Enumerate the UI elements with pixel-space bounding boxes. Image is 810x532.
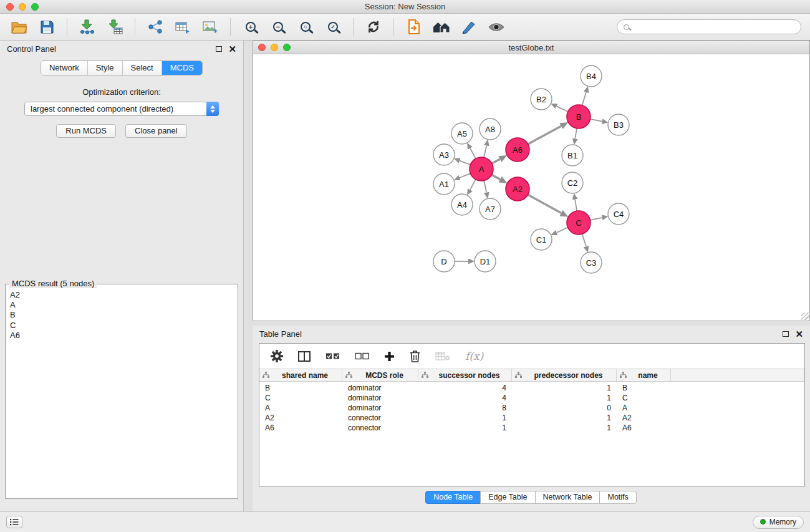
result-item-b[interactable]: B <box>10 310 233 320</box>
close-panel-icon[interactable]: ✕ <box>228 44 236 54</box>
network-table-icon[interactable] <box>172 17 193 37</box>
delete-table-icon[interactable] <box>435 351 450 361</box>
edge-B-B4[interactable] <box>582 92 586 105</box>
maximize-network-window-button[interactable] <box>283 44 291 51</box>
edge-B-B2[interactable] <box>556 106 567 112</box>
node-A8[interactable]: A8 <box>480 118 501 140</box>
node-A4[interactable]: A4 <box>451 194 473 215</box>
node-B2[interactable]: B2 <box>531 89 552 110</box>
network-window-titlebar[interactable]: testGlobe.txt <box>253 41 809 54</box>
node-D1[interactable]: D1 <box>475 251 496 272</box>
column-header-shared-name[interactable]: shared name <box>259 369 342 381</box>
table-cell[interactable]: A <box>617 404 671 412</box>
node-B[interactable]: B <box>567 105 591 128</box>
table-row-b[interactable]: Bdominator41B <box>259 383 804 393</box>
tab-network[interactable]: Network <box>41 61 88 75</box>
edge-A6-B[interactable] <box>528 126 561 144</box>
table-row-c[interactable]: Cdominator41C <box>259 393 804 403</box>
table-cell[interactable]: connector <box>342 423 418 432</box>
table-cell[interactable]: 1 <box>512 384 617 392</box>
tab-node-table[interactable]: Node Table <box>425 491 481 504</box>
edge-A-A3[interactable] <box>460 161 470 165</box>
column-layout-icon[interactable] <box>298 351 311 362</box>
table-cell[interactable]: A6 <box>259 423 342 432</box>
table-cell[interactable]: dominator <box>342 384 418 392</box>
table-cell[interactable]: 1 <box>512 394 617 402</box>
criterion-dropdown[interactable]: largest connected component (directed) <box>24 102 219 116</box>
zoom-fit-icon[interactable]: ○ <box>295 17 316 37</box>
memory-button[interactable]: Memory <box>753 516 804 529</box>
import-table-icon[interactable] <box>104 17 125 37</box>
close-network-window-button[interactable] <box>258 44 266 51</box>
node-C[interactable]: C <box>567 211 591 235</box>
result-item-a[interactable]: A <box>10 300 233 310</box>
table-cell[interactable]: 4 <box>418 384 512 392</box>
node-D[interactable]: D <box>433 251 455 272</box>
table-cell[interactable]: 1 <box>512 414 617 422</box>
tab-mcds[interactable]: MCDS <box>162 61 202 75</box>
node-B1[interactable]: B1 <box>562 145 583 166</box>
table-cell[interactable]: 4 <box>418 394 512 402</box>
edge-A2-C[interactable] <box>528 195 561 213</box>
result-item-a2[interactable]: A2 <box>10 290 233 300</box>
node-A1[interactable]: A1 <box>433 173 455 195</box>
table-cell[interactable]: A2 <box>617 414 671 422</box>
search-box[interactable] <box>617 19 801 34</box>
tab-network-table[interactable]: Network Table <box>535 491 600 504</box>
node-A6[interactable]: A6 <box>506 138 529 162</box>
result-item-c[interactable]: C <box>10 321 233 331</box>
zoom-out-icon[interactable]: − <box>268 17 289 37</box>
table-cell[interactable]: dominator <box>342 394 418 402</box>
annotation-pen-icon[interactable] <box>458 17 480 37</box>
zoom-selected-icon[interactable]: ✓ <box>322 17 344 37</box>
node-C3[interactable]: C3 <box>581 252 602 273</box>
edge-C-C4[interactable] <box>591 218 602 220</box>
node-A3[interactable]: A3 <box>433 144 455 165</box>
run-mcds-button[interactable]: Run MCDS <box>56 124 116 138</box>
table-cell[interactable]: B <box>259 384 342 392</box>
refresh-layout-icon[interactable] <box>363 17 384 37</box>
node-C2[interactable]: C2 <box>562 172 583 193</box>
edge-C-C3[interactable] <box>582 234 586 246</box>
minimize-network-window-button[interactable] <box>271 44 278 51</box>
table-cell[interactable]: 1 <box>418 423 512 432</box>
edge-B-B1[interactable] <box>575 128 577 139</box>
image-export-icon[interactable] <box>200 17 221 37</box>
table-cell[interactable]: A2 <box>259 414 342 422</box>
node-A2[interactable]: A2 <box>506 177 529 201</box>
save-session-icon[interactable] <box>36 17 57 37</box>
edge-A-A7[interactable] <box>484 181 486 193</box>
tab-motifs[interactable]: Motifs <box>599 491 636 504</box>
float-panel-icon[interactable] <box>216 46 222 52</box>
table-cell[interactable]: C <box>259 394 342 402</box>
maximize-window-button[interactable] <box>31 3 39 11</box>
table-cell[interactable]: connector <box>342 414 418 422</box>
table-cell[interactable]: 1 <box>512 423 617 432</box>
function-builder-icon[interactable]: f(x) <box>465 350 483 362</box>
edge-A-A4[interactable] <box>470 180 476 190</box>
document-export-icon[interactable] <box>403 17 425 37</box>
show-panels-button[interactable] <box>6 516 22 528</box>
table-cell[interactable]: A <box>259 404 342 412</box>
window-resize-grip[interactable] <box>801 312 809 320</box>
edge-C-C1[interactable] <box>557 228 568 233</box>
table-cell[interactable]: C <box>617 394 671 402</box>
edge-B-B3[interactable] <box>591 119 602 122</box>
import-network-icon[interactable] <box>77 17 98 37</box>
node-C1[interactable]: C1 <box>531 229 552 250</box>
close-table-panel-icon[interactable]: ✕ <box>795 329 803 339</box>
minimize-window-button[interactable] <box>19 3 26 11</box>
open-session-icon[interactable] <box>9 17 30 37</box>
edge-A-A1[interactable] <box>460 173 470 178</box>
node-C4[interactable]: C4 <box>608 203 629 225</box>
edge-A-A8[interactable] <box>484 145 486 157</box>
network-graph[interactable]: AA1A2A3A4A5A6A7A8BB1B2B3B4CC1C2C3C4DD1 <box>253 54 809 321</box>
table-cell[interactable]: 8 <box>418 404 512 412</box>
column-header-mcds-role[interactable]: MCDS role <box>342 369 418 381</box>
table-cell[interactable]: dominator <box>342 404 418 412</box>
eye-icon[interactable] <box>486 17 507 37</box>
table-row-a2[interactable]: A2connector11A2 <box>259 413 804 423</box>
add-row-icon[interactable] <box>384 351 395 362</box>
network-share-icon[interactable] <box>145 17 166 37</box>
column-header-predecessor-nodes[interactable]: predecessor nodes <box>512 369 617 381</box>
